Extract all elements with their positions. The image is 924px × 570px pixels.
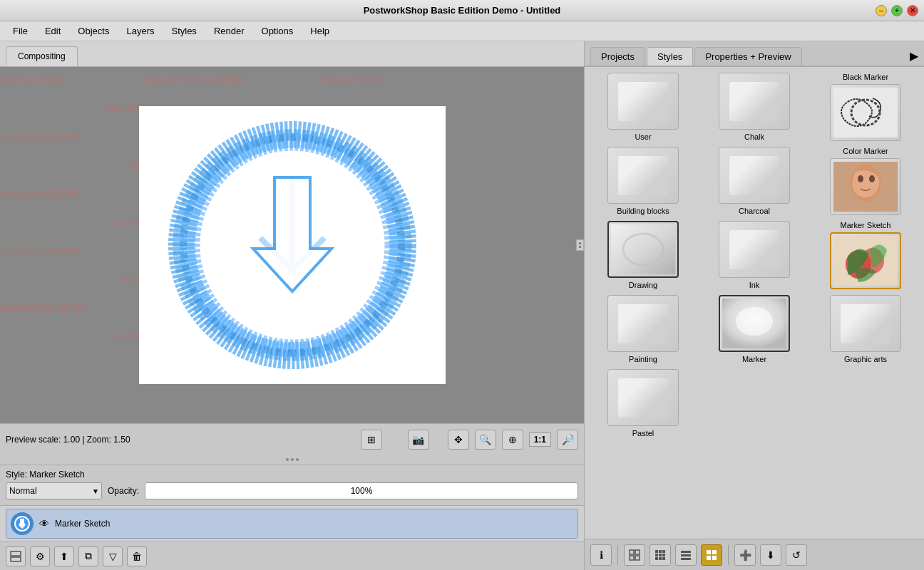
menu-options[interactable]: Options bbox=[255, 23, 301, 39]
svg-rect-32 bbox=[659, 554, 662, 556]
list-view-button[interactable] bbox=[675, 544, 697, 566]
opacity-bar[interactable]: 100% bbox=[145, 482, 578, 499]
new-layer-button[interactable] bbox=[6, 546, 26, 566]
close-button[interactable]: ✕ bbox=[907, 5, 918, 16]
style-cell-color-marker: Color Marker bbox=[813, 147, 918, 215]
style-label-drawing: Drawing bbox=[629, 281, 657, 289]
layer-icon-svg bbox=[14, 515, 31, 532]
style-label-marker-sketch: Marker Sketch bbox=[841, 221, 891, 229]
import-button[interactable]: ⬇ bbox=[760, 544, 781, 566]
style-cell-user: User bbox=[590, 73, 696, 141]
tabs-arrow-icon[interactable]: ▶ bbox=[910, 49, 918, 66]
style-thumb-ink[interactable] bbox=[719, 221, 790, 278]
watermark: PostworkShop DEMO bbox=[0, 74, 67, 86]
delete-button[interactable]: 🗑 bbox=[127, 546, 147, 566]
minimize-button[interactable]: – bbox=[876, 5, 887, 16]
canvas-area: PostworkShop DEMO PostworkShop DEMO Post… bbox=[0, 67, 584, 423]
style-panel: Style: Marker Sketch Normal Multiply Scr… bbox=[0, 465, 584, 505]
medium-grid-button[interactable] bbox=[650, 544, 671, 566]
menu-objects[interactable]: Objects bbox=[71, 23, 116, 39]
layers-list: 👁 Marker Sketch bbox=[0, 505, 584, 542]
menu-styles[interactable]: Styles bbox=[164, 23, 203, 39]
svg-rect-42 bbox=[707, 556, 711, 560]
style-label-black-marker: Black Marker bbox=[843, 73, 888, 81]
style-cell-black-marker: Black Marker bbox=[813, 73, 918, 141]
style-label-user: User bbox=[635, 133, 651, 141]
small-grid-button[interactable] bbox=[624, 544, 645, 566]
style-label-painting: Painting bbox=[629, 355, 657, 363]
reset-button[interactable]: ↺ bbox=[786, 544, 807, 566]
screenshot-button[interactable]: 📷 bbox=[408, 430, 429, 450]
style-thumb-building-blocks[interactable] bbox=[607, 147, 679, 204]
tab-compositing[interactable]: Compositing bbox=[6, 46, 78, 66]
tab-properties[interactable]: Properties + Preview bbox=[694, 47, 801, 66]
large-grid-icon bbox=[706, 549, 717, 561]
frame-tool-button[interactable]: ⊞ bbox=[361, 430, 382, 450]
style-thumb-black-marker[interactable] bbox=[830, 84, 901, 141]
svg-rect-35 bbox=[659, 557, 662, 560]
blend-mode-select[interactable]: Normal Multiply Screen bbox=[6, 482, 102, 499]
svg-point-23 bbox=[736, 307, 773, 336]
style-name-label: Style: Marker Sketch bbox=[6, 470, 578, 480]
style-label-chalk: Chalk bbox=[744, 133, 764, 141]
zoom-label[interactable]: 1:1 bbox=[529, 432, 551, 447]
move-up-button[interactable]: ⬆ bbox=[54, 546, 74, 566]
sidebar-collapse-dots[interactable] bbox=[576, 239, 584, 251]
svg-rect-25 bbox=[635, 550, 640, 554]
svg-rect-33 bbox=[662, 554, 665, 556]
grid-button[interactable]: ⚙ bbox=[30, 546, 50, 566]
copy-layer-button[interactable]: ⧉ bbox=[78, 546, 98, 566]
menu-layers[interactable]: Layers bbox=[119, 23, 161, 39]
layer-item[interactable]: 👁 Marker Sketch bbox=[6, 509, 578, 539]
merge-button[interactable]: ▽ bbox=[103, 546, 123, 566]
layer-visibility-icon[interactable]: 👁 bbox=[39, 518, 49, 529]
tab-projects[interactable]: Projects bbox=[590, 47, 645, 66]
canvas-toolbar: Preview scale: 1.00 | Zoom: 1.50 ⊞ 📷 ✥ 🔍… bbox=[0, 423, 584, 455]
style-thumb-inner bbox=[618, 82, 668, 121]
style-thumb-graphic-arts[interactable] bbox=[830, 295, 901, 352]
svg-rect-11 bbox=[833, 88, 898, 138]
style-thumb-marker[interactable] bbox=[719, 295, 790, 352]
style-thumb-color-marker[interactable] bbox=[830, 158, 901, 215]
style-thumb-drawing[interactable] bbox=[607, 221, 679, 278]
menu-help[interactable]: Help bbox=[303, 23, 337, 39]
style-label-color-marker: Color Marker bbox=[843, 147, 888, 155]
style-thumb-pastel[interactable] bbox=[607, 369, 679, 426]
canvas-content bbox=[139, 106, 446, 384]
blend-row: Normal Multiply Screen ▼ Opacity: 100% bbox=[6, 482, 578, 499]
color-marker-preview bbox=[833, 162, 898, 212]
style-thumb-marker-sketch[interactable] bbox=[830, 232, 901, 289]
style-thumb-user[interactable] bbox=[607, 73, 679, 130]
window-title: PostworkShop Basic Edition Demo - Untitl… bbox=[48, 5, 876, 16]
tab-styles[interactable]: Styles bbox=[647, 47, 693, 66]
zoom-in-button[interactable]: 🔍 bbox=[475, 430, 496, 450]
style-cell-chalk: Chalk bbox=[702, 73, 807, 141]
watermark: PostworkShop DEMO bbox=[0, 302, 88, 314]
large-grid-button[interactable] bbox=[701, 544, 722, 566]
right-bottom-bar: ℹ bbox=[585, 539, 924, 570]
style-label-graphic-arts: Graphic arts bbox=[844, 355, 887, 363]
medium-grid-icon bbox=[654, 549, 666, 561]
style-thumb-charcoal[interactable] bbox=[719, 147, 790, 204]
menu-file[interactable]: File bbox=[6, 23, 35, 39]
window-controls[interactable]: – + ✕ bbox=[876, 5, 918, 16]
drawing-preview bbox=[611, 224, 675, 274]
style-thumb-inner bbox=[618, 378, 668, 418]
menu-edit[interactable]: Edit bbox=[38, 23, 68, 39]
fit-button[interactable]: 🔎 bbox=[557, 430, 578, 450]
svg-rect-37 bbox=[681, 551, 691, 553]
style-cell-painting: Painting bbox=[590, 295, 696, 363]
zoom-out-button[interactable]: ⊕ bbox=[502, 430, 523, 450]
style-thumb-chalk[interactable] bbox=[719, 73, 790, 130]
add-style-button[interactable]: ➕ bbox=[734, 544, 756, 566]
move-tool-button[interactable]: ✥ bbox=[448, 430, 469, 450]
main-layout: Compositing PostworkShop DEMO PostworkSh… bbox=[0, 41, 924, 570]
style-thumb-painting[interactable] bbox=[607, 295, 679, 352]
svg-rect-34 bbox=[655, 557, 658, 560]
svg-rect-17 bbox=[611, 224, 675, 274]
maximize-button[interactable]: + bbox=[891, 5, 903, 16]
menu-render[interactable]: Render bbox=[207, 23, 252, 39]
layer-thumbnail bbox=[11, 512, 34, 535]
svg-rect-28 bbox=[655, 550, 658, 553]
info-button[interactable]: ℹ bbox=[590, 544, 612, 566]
